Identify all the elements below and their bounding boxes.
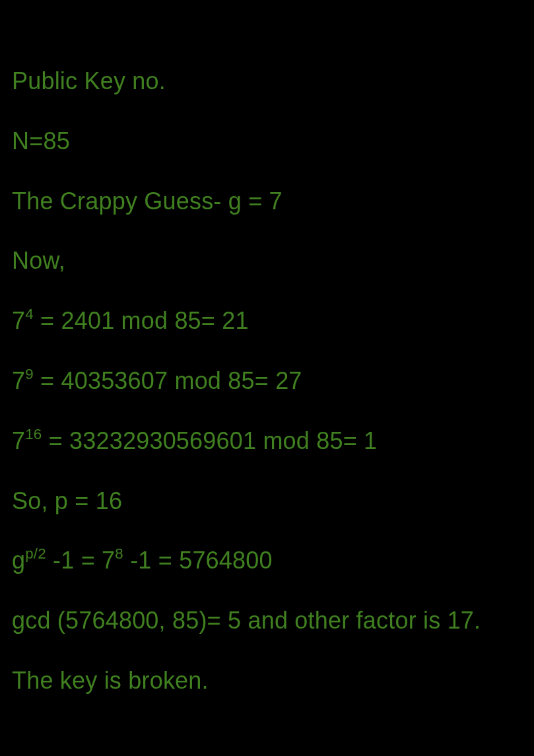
exponent: 4 xyxy=(25,306,34,322)
rest: = 2401 mod 85= 21 xyxy=(34,307,249,334)
line-calc-1: 74 = 2401 mod 85= 21 xyxy=(12,306,522,337)
line-gp2: gp/2 -1 = 78 -1 = 5764800 xyxy=(12,545,522,576)
exponent-8: 8 xyxy=(115,545,123,562)
tail: -1 = 5764800 xyxy=(123,547,273,574)
line-guess: The Crappy Guess- g = 7 xyxy=(12,186,522,217)
line-public-key: Public Key no. xyxy=(12,66,522,97)
line-calc-2: 79 = 40353607 mod 85= 27 xyxy=(12,366,522,397)
base: 7 xyxy=(12,367,25,394)
exponent-p2: p/2 xyxy=(25,545,46,562)
rest: = 33232930569601 mod 85= 1 xyxy=(42,427,377,454)
line-calc-3: 716 = 33232930569601 mod 85= 1 xyxy=(12,426,522,457)
g: g xyxy=(12,547,25,574)
mid: -1 = 7 xyxy=(46,547,115,574)
line-p-value: So, p = 16 xyxy=(12,486,522,517)
rest: = 40353607 mod 85= 27 xyxy=(34,367,302,394)
exponent: 9 xyxy=(25,366,34,382)
exponent: 16 xyxy=(25,426,42,442)
line-broken: The key is broken. xyxy=(12,666,522,697)
line-now: Now, xyxy=(12,246,522,277)
base: 7 xyxy=(12,307,25,334)
base: 7 xyxy=(12,427,25,454)
line-n-value: N=85 xyxy=(12,126,522,157)
line-gcd: gcd (5764800, 85)= 5 and other factor is… xyxy=(12,605,522,636)
